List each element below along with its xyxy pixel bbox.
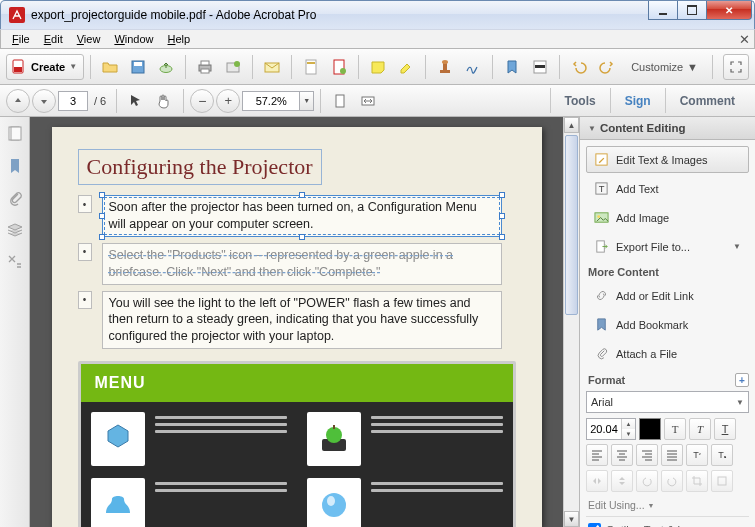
edit-text-images-button[interactable]: Edit Text & Images <box>586 146 749 173</box>
tab-comment[interactable]: Comment <box>665 88 749 113</box>
text-color-swatch[interactable] <box>639 418 661 440</box>
zoom-out-button[interactable]: − <box>190 89 214 113</box>
underline-button[interactable]: T <box>714 418 736 440</box>
flip-h-button[interactable] <box>586 470 608 492</box>
window-minimize-button[interactable] <box>648 1 678 20</box>
subscript-button[interactable]: T₂ <box>711 444 733 466</box>
menu-edit[interactable]: Edit <box>37 31 70 47</box>
italic-button[interactable]: T <box>689 418 711 440</box>
crop-button[interactable] <box>686 470 708 492</box>
menu-help[interactable]: Help <box>161 31 198 47</box>
chevron-down-icon: ▼ <box>588 124 596 133</box>
page-down-button[interactable] <box>32 89 56 113</box>
svg-rect-27 <box>333 425 335 429</box>
export-file-button[interactable]: Export File to... ▼ <box>586 233 749 260</box>
zoom-in-button[interactable]: + <box>216 89 240 113</box>
add-bookmark-button[interactable]: Add Bookmark <box>586 311 749 338</box>
text-block[interactable]: You will see the light to the left of "P… <box>102 291 502 350</box>
window-maximize-button[interactable] <box>677 1 707 20</box>
rotate-ccw-icon <box>641 475 653 487</box>
text-block[interactable]: Select the "Products" icon – represented… <box>102 243 502 285</box>
page-number-input[interactable] <box>58 91 88 111</box>
bold-button[interactable]: T <box>664 418 686 440</box>
page-heading[interactable]: Configuring the Projector <box>78 149 322 185</box>
customize-button[interactable]: Customize ▼ <box>623 57 706 77</box>
sticky-note-button[interactable] <box>365 54 391 80</box>
create-form-button[interactable] <box>298 54 324 80</box>
layers-icon[interactable] <box>6 221 24 239</box>
rotate-cw-button[interactable] <box>661 470 683 492</box>
share-button[interactable] <box>220 54 246 80</box>
sign-tool-button[interactable] <box>460 54 486 80</box>
bookmarks-icon[interactable] <box>6 157 24 175</box>
redo-button[interactable] <box>594 54 620 80</box>
spin-up[interactable]: ▲ <box>622 419 635 429</box>
align-center-button[interactable] <box>611 444 633 466</box>
save-to-cloud-button[interactable] <box>153 54 179 80</box>
redact-button[interactable] <box>527 54 553 80</box>
font-family-select[interactable]: Arial ▼ <box>586 391 749 413</box>
fit-width-button[interactable] <box>355 88 381 114</box>
page-thumbnails-icon[interactable] <box>6 125 24 143</box>
flip-v-button[interactable] <box>611 470 633 492</box>
signatures-panel-icon[interactable] <box>6 253 24 271</box>
attachments-icon[interactable] <box>6 189 24 207</box>
embedded-image[interactable]: MENU <box>78 361 516 527</box>
bullet-box[interactable]: • <box>78 195 92 213</box>
document-scrollbar[interactable]: ▲ ▼ <box>563 117 579 527</box>
add-link-button[interactable]: Add or Edit Link <box>586 282 749 309</box>
attach-icon <box>594 346 609 361</box>
convert-to-pdf-button[interactable] <box>326 54 352 80</box>
panel-header-content-editing[interactable]: ▼ Content Editing <box>580 117 755 140</box>
close-document-icon[interactable]: ✕ <box>739 32 750 47</box>
spin-down[interactable]: ▼ <box>622 429 635 439</box>
bullet-box[interactable]: • <box>78 291 92 309</box>
menu-view[interactable]: View <box>70 31 108 47</box>
add-format-button[interactable]: + <box>735 373 749 387</box>
fullscreen-button[interactable] <box>723 54 749 80</box>
attach-file-button[interactable]: Attach a File <box>586 340 749 367</box>
page-total: / 6 <box>94 95 106 107</box>
align-center-icon <box>616 449 628 461</box>
selection-tool-button[interactable] <box>123 88 149 114</box>
menu-file[interactable]: File <box>5 31 37 47</box>
section-more-content: More Content <box>588 266 749 278</box>
zoom-dropdown-button[interactable]: ▼ <box>300 91 314 111</box>
align-left-button[interactable] <box>586 444 608 466</box>
rotate-ccw-button[interactable] <box>636 470 658 492</box>
scroll-up-arrow[interactable]: ▲ <box>564 117 579 133</box>
print-button[interactable] <box>192 54 218 80</box>
text-block-selected[interactable]: Soon after the projector has been turned… <box>102 195 502 237</box>
add-text-button[interactable]: T Add Text <box>586 175 749 202</box>
fit-page-button[interactable] <box>327 88 353 114</box>
highlight-button[interactable] <box>393 54 419 80</box>
stamp-button[interactable] <box>432 54 458 80</box>
bullet-box[interactable]: • <box>78 243 92 261</box>
window-close-button[interactable] <box>706 1 752 20</box>
email-button[interactable] <box>259 54 285 80</box>
font-size-input[interactable]: ▲▼ <box>586 418 636 440</box>
document-viewport[interactable]: Configuring the Projector • Soon after t… <box>30 117 563 527</box>
undo-icon <box>571 59 587 75</box>
open-button[interactable] <box>97 54 123 80</box>
scroll-thumb[interactable] <box>565 135 578 315</box>
page-up-button[interactable] <box>6 89 30 113</box>
tab-tools[interactable]: Tools <box>550 88 610 113</box>
add-image-button[interactable]: Add Image <box>586 204 749 231</box>
align-justify-button[interactable] <box>661 444 683 466</box>
create-button[interactable]: Create ▼ <box>6 54 84 80</box>
tab-sign[interactable]: Sign <box>610 88 665 113</box>
undo-button[interactable] <box>566 54 592 80</box>
zoom-input[interactable] <box>242 91 300 111</box>
bookmark-button[interactable] <box>499 54 525 80</box>
save-button[interactable] <box>125 54 151 80</box>
menu-window[interactable]: Window <box>107 31 160 47</box>
align-right-button[interactable] <box>636 444 658 466</box>
superscript-button[interactable]: T² <box>686 444 708 466</box>
scroll-down-arrow[interactable]: ▼ <box>564 511 579 527</box>
outline-checkbox[interactable] <box>588 523 601 527</box>
edit-using-dropdown[interactable]: Edit Using... ▼ <box>588 499 749 511</box>
hand-tool-button[interactable] <box>151 88 177 114</box>
svg-rect-7 <box>201 61 209 65</box>
replace-image-button[interactable] <box>711 470 733 492</box>
